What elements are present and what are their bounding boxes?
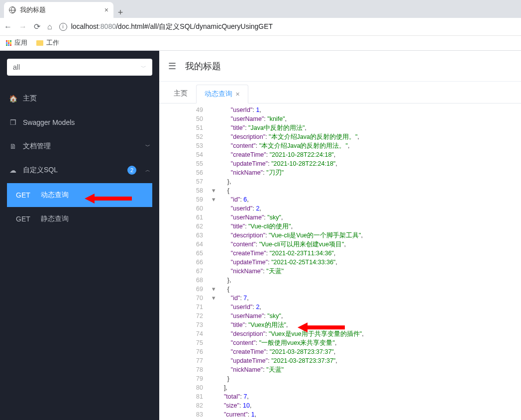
chevron-down-icon: ﹀: [145, 143, 150, 150]
document-icon: 🗎: [9, 142, 17, 150]
group-select[interactable]: all ﹀: [7, 59, 152, 76]
apps-icon: [6, 40, 11, 46]
tab-title: 我的标题: [20, 6, 46, 14]
close-icon[interactable]: ×: [104, 6, 108, 14]
bookmarks-bar: 应用 工作: [0, 36, 521, 51]
count-badge: 2: [127, 166, 136, 175]
app: all ﹀ 🏠 主页 ❒ Swagger Models 🗎 文档管理 ﹀ ☁ 自…: [0, 51, 521, 420]
new-tab-button[interactable]: +: [113, 7, 127, 18]
folder-icon: [36, 40, 43, 46]
url-host: localhost: [71, 22, 99, 30]
browser-tab-bar: 我的标题 × +: [0, 0, 521, 18]
house-icon: 🏠: [9, 95, 17, 103]
tab-dynamic-query[interactable]: 动态查询 ✕: [196, 85, 248, 104]
forward-icon[interactable]: →: [19, 22, 27, 31]
back-icon[interactable]: ←: [4, 22, 12, 31]
cube-icon: ❒: [9, 118, 17, 126]
sidebar-item-swagger[interactable]: ❒ Swagger Models: [7, 110, 152, 134]
cloud-icon: ☁: [9, 166, 17, 174]
code-content: "userId": 1, "userName": "knife", "title…: [207, 105, 364, 420]
page-title: 我的标题: [185, 60, 221, 72]
url-path: /doc.html#/all/自定义SQL/dynamicQueryUsingG…: [116, 22, 273, 30]
sidebar-item-static-query[interactable]: GET 静态查询: [7, 207, 152, 231]
main-panel: ☰ 我的标题 主页 动态查询 ✕ 49505152535455565758596…: [159, 51, 521, 420]
chevron-up-icon: ︿: [145, 167, 150, 174]
close-icon[interactable]: ✕: [235, 91, 240, 98]
work-bookmark[interactable]: 工作: [36, 39, 59, 47]
sidebar: all ﹀ 🏠 主页 ❒ Swagger Models 🗎 文档管理 ﹀ ☁ 自…: [0, 51, 159, 420]
globe-icon: [9, 6, 16, 13]
code-viewer[interactable]: 4950515253545556575859606162636465666768…: [159, 104, 521, 420]
sidebar-item-docs[interactable]: 🗎 文档管理 ﹀: [7, 134, 152, 158]
url-bar[interactable]: i localhost:8080/doc.html#/all/自定义SQL/dy…: [59, 22, 517, 31]
chevron-down-icon: ﹀: [141, 64, 146, 71]
browser-toolbar: ← → ⟳ ⌂ i localhost:8080/doc.html#/all/自…: [0, 18, 521, 36]
info-icon[interactable]: i: [59, 23, 67, 31]
content-tabs: 主页 动态查询 ✕: [159, 82, 521, 104]
browser-tab[interactable]: 我的标题 ×: [4, 2, 113, 18]
main-header: ☰ 我的标题: [159, 51, 521, 82]
reload-icon[interactable]: ⟳: [34, 22, 40, 31]
sidebar-item-home[interactable]: 🏠 主页: [7, 87, 152, 110]
line-gutter: 4950515253545556575859606162636465666768…: [182, 105, 207, 420]
sidebar-item-custom-sql[interactable]: ☁ 自定义SQL 2 ︿: [7, 158, 152, 182]
sidebar-item-dynamic-query[interactable]: GET 动态查询: [7, 183, 152, 207]
url-port: :8080: [99, 22, 116, 30]
tab-home[interactable]: 主页: [165, 84, 196, 103]
collapse-icon[interactable]: ☰: [168, 61, 176, 72]
apps-bookmark[interactable]: 应用: [6, 39, 27, 47]
home-icon[interactable]: ⌂: [47, 22, 52, 31]
